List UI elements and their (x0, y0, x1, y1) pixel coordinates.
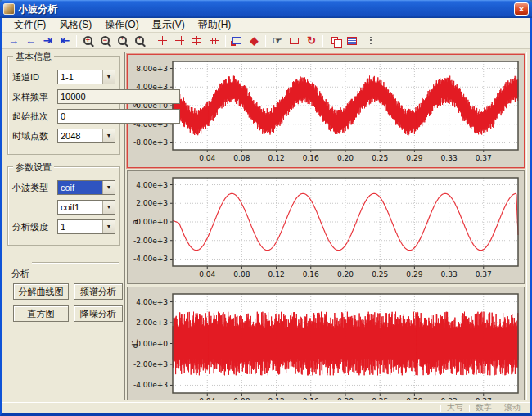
svg-text:0.37: 0.37 (476, 154, 492, 162)
marker-diamond-button[interactable]: ◆ (246, 34, 263, 48)
svg-text:0.04: 0.04 (199, 154, 215, 162)
svg-text:0.25: 0.25 (372, 154, 388, 162)
denoise-analysis-button[interactable]: 降噪分析 (74, 305, 123, 322)
histogram-button[interactable]: 直方图 (13, 305, 69, 322)
chevron-down-icon[interactable]: ▼ (102, 181, 115, 194)
nav-next-icon: → (8, 35, 19, 46)
num-indicator: 数字 (471, 402, 496, 414)
copy-button[interactable] (326, 34, 343, 48)
pan-hand-button[interactable]: ☞ (268, 34, 286, 48)
statusbar-divider (440, 405, 441, 412)
cursor-double-cross-button[interactable] (171, 34, 188, 48)
chevron-down-icon[interactable]: ▼ (102, 129, 115, 142)
select-region-button[interactable] (286, 34, 303, 48)
svg-text:0.37: 0.37 (476, 397, 492, 400)
spectrum-analysis-button[interactable]: 频谱分析 (74, 283, 123, 300)
svg-text:2.00e+3: 2.00e+3 (136, 319, 168, 327)
svg-text:0.08: 0.08 (233, 154, 250, 162)
zoom-out-icon: − (101, 36, 110, 45)
cursor-snap-x-button[interactable] (188, 34, 205, 48)
status-bar: 大写 数字 滚动 (2, 402, 530, 413)
window-title: 小波分析 (18, 2, 514, 16)
sample-rate-field[interactable] (57, 89, 180, 104)
cursor-snap-x-icon (192, 35, 202, 46)
menu-file[interactable]: 文件(F) (7, 17, 52, 33)
zoom-undo-button[interactable]: ' (114, 34, 131, 48)
statusbar-divider (498, 405, 498, 412)
svg-text:4.00e+3: 4.00e+3 (136, 298, 168, 306)
cursor-cross-icon (157, 35, 168, 46)
cursor-double-cross-icon (174, 35, 185, 46)
svg-text:-2.00e+3: -2.00e+3 (133, 360, 168, 369)
svg-text:-2.00e+3: -2.00e+3 (133, 237, 168, 245)
toolbar-overflow-button[interactable] (360, 34, 377, 48)
svg-text:0.08: 0.08 (233, 270, 250, 278)
menu-view[interactable]: 显示(V) (146, 17, 192, 33)
chevron-down-icon[interactable]: ▼ (102, 70, 115, 84)
chevron-down-icon[interactable]: ▼ (102, 201, 115, 214)
analysis-level-combo-value: 1 (58, 220, 102, 233)
caps-indicator: 大写 (443, 402, 467, 414)
group-analysis-rule (32, 262, 119, 263)
nav-first-button[interactable]: ⇤ (56, 34, 74, 48)
report-grid-button[interactable] (343, 34, 360, 48)
svg-text:0.04: 0.04 (199, 270, 215, 278)
wavelet-type-row: 小波类型 coif ▼ (12, 180, 115, 195)
nav-next-button[interactable]: → (5, 34, 22, 48)
time-points-label: 时域点数 (12, 130, 57, 142)
analysis-buttons: 分解曲线图 频谱分析 直方图 降噪分析 (11, 280, 116, 323)
zoom-in-button[interactable]: + (79, 34, 97, 48)
menu-help[interactable]: 帮助(H) (192, 17, 238, 33)
menu-operate[interactable]: 操作(O) (98, 17, 145, 33)
svg-text:2.00e+3: 2.00e+3 (136, 199, 168, 207)
toolbar-separator (265, 35, 266, 47)
time-points-combo-value: 2048 (58, 129, 102, 142)
report-grid-icon (347, 37, 357, 45)
analysis-level-combo[interactable]: 1 ▼ (57, 219, 115, 234)
analysis-level-row: 分析级度 1 ▼ (12, 219, 115, 234)
time-points-combo[interactable]: 2048 ▼ (57, 129, 115, 143)
svg-text:0.20: 0.20 (337, 154, 354, 162)
wavelet-order-combo-value: coif1 (58, 201, 102, 214)
chart-a-canvas[interactable]: 0.040.080.120.160.200.250.290.330.374.00… (128, 171, 524, 283)
menu-style[interactable]: 风格(S) (52, 17, 98, 33)
time-points-row: 时域点数 2048 ▼ (12, 129, 115, 143)
chart-panel-d1[interactable]: 0.040.080.120.160.200.250.290.330.374.00… (127, 287, 525, 400)
svg-text:0.16: 0.16 (303, 397, 319, 400)
nav-first-icon: ⇤ (61, 35, 70, 46)
svg-text:4.00e+3: 4.00e+3 (136, 181, 168, 189)
wavelet-order-combo[interactable]: coif1 ▼ (57, 200, 115, 215)
chart-d1-canvas[interactable]: 0.040.080.120.160.200.250.290.330.374.00… (128, 287, 524, 400)
chart-panel-s[interactable]: 0.040.080.120.160.200.250.290.330.378.00… (127, 54, 525, 168)
chart-s-canvas[interactable]: 0.040.080.120.160.200.250.290.330.378.00… (128, 55, 524, 167)
svg-text:s: s (131, 103, 139, 107)
svg-text:0.25: 0.25 (372, 397, 388, 400)
toolbar-separator (76, 35, 77, 47)
zoom-out-button[interactable]: − (97, 34, 114, 48)
decompose-curve-button[interactable]: 分解曲线图 (13, 283, 69, 300)
app-icon (3, 3, 15, 15)
close-button[interactable]: × (514, 2, 529, 16)
zoom-out-icon-mark: − (102, 36, 108, 45)
channel-id-combo[interactable]: 1-1 ▼ (57, 70, 115, 84)
cursor-cross-button[interactable] (154, 34, 171, 48)
start-batch-field[interactable] (57, 109, 180, 124)
svg-text:0.16: 0.16 (303, 270, 319, 278)
zoom-window-button[interactable] (228, 34, 246, 48)
svg-text:0.37: 0.37 (476, 270, 492, 278)
chevron-down-icon[interactable]: ▼ (102, 220, 115, 233)
wavelet-type-combo[interactable]: coif ▼ (57, 180, 115, 195)
zoom-in-icon-mark: + (85, 36, 91, 45)
chart-panel-a[interactable]: 0.040.080.120.160.200.250.290.330.374.00… (127, 170, 525, 284)
svg-text:0.33: 0.33 (441, 397, 458, 400)
svg-text:-4.00e+3: -4.00e+3 (133, 381, 168, 389)
app-window: 小波分析 × 文件(F) 风格(S) 操作(O) 显示(V) 帮助(H) →←⇥… (0, 0, 532, 416)
channel-id-label: 通道ID (12, 71, 57, 84)
nav-prev-button[interactable]: ← (22, 34, 39, 48)
menu-bar: 文件(F) 风格(S) 操作(O) 显示(V) 帮助(H) (2, 18, 530, 33)
nav-last-button[interactable]: ⇥ (39, 34, 56, 48)
zoom-reset-button[interactable]: ' (131, 34, 148, 48)
refresh-button[interactable]: ↻ (303, 34, 320, 48)
charts-area: 0.040.080.120.160.200.250.290.330.378.00… (124, 52, 527, 400)
cursor-snap-y-button[interactable] (205, 34, 223, 48)
